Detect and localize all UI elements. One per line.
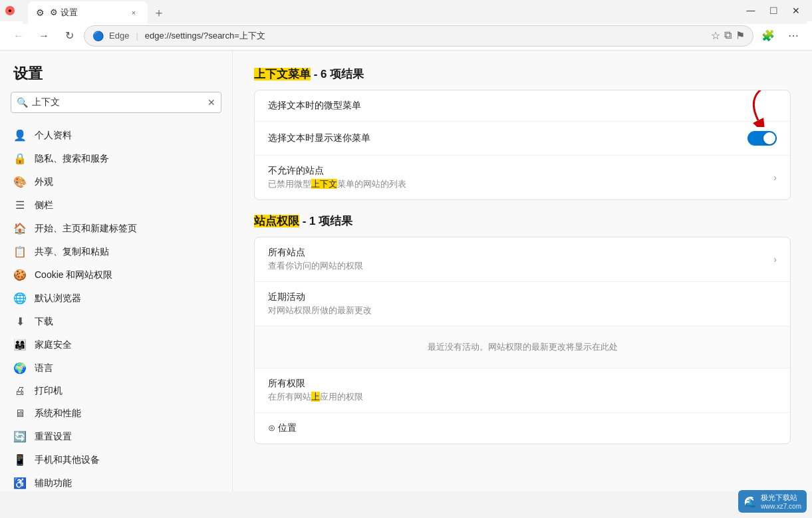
edge-logo-icon: 🔵 (92, 31, 104, 41)
sidebar-item-downloads[interactable]: ⬇ 下载 (0, 310, 232, 333)
all-sites-chevron-icon: › (773, 254, 777, 265)
blocked-sites-content: 不允许的站点 已禁用微型上下文菜单的网站的列表 (268, 165, 765, 190)
location-row[interactable]: ⊙ 位置 (255, 413, 790, 444)
sidebar: 设置 🔍 ✕ 👤 个人资料 🔒 隐私、搜索和服务 🎨 外观 ☰ 侧栏 🏠 开始、… (0, 51, 233, 491)
menu-button[interactable]: ⋯ (783, 25, 804, 47)
recent-activity-desc: 对网站权限所做的最新更改 (268, 305, 777, 317)
collections-icon[interactable]: ⚑ (736, 29, 745, 42)
tab-close-button[interactable]: × (128, 7, 140, 19)
all-permissions-row[interactable]: 所有权限 在所有网站上应用的权限 (255, 368, 790, 413)
sidebar-item-share[interactable]: 📋 共享、复制和粘贴 (0, 240, 232, 263)
recent-activity-content: 近期活动 对网站权限所做的最新更改 (268, 291, 777, 317)
privacy-icon: 🔒 (13, 152, 27, 165)
blocked-sites-desc: 已禁用微型上下文菜单的网站的列表 (268, 178, 765, 190)
all-permissions-highlight: 上 (311, 392, 320, 402)
location-content: ⊙ 位置 (268, 422, 777, 434)
search-input[interactable] (32, 97, 203, 108)
blocked-sites-chevron-icon: › (773, 172, 777, 183)
sidebar-icon: ☰ (13, 199, 27, 211)
context-menu-section: 上下文菜单 - 6 项结果 选择文本时的微型菜单 选择文本时显示迷你菜单 (254, 66, 791, 200)
show-mini-menu-toggle[interactable] (747, 131, 777, 146)
mini-menu-row[interactable]: 选择文本时的微型菜单 (255, 90, 790, 122)
sidebar-item-profile[interactable]: 👤 个人资料 (0, 124, 232, 147)
sidebar-item-language[interactable]: 🌍 语言 (0, 356, 232, 380)
context-menu-title: 上下文菜单 - 6 项结果 (254, 66, 791, 82)
site-permissions-card: 所有站点 查看你访问的网站的权限 › 近期活动 对网站权限所做的最新更改 (254, 237, 791, 444)
split-view-icon[interactable]: ⧉ (724, 29, 732, 42)
context-menu-card: 选择文本时的微型菜单 选择文本时显示迷你菜单 (254, 90, 791, 200)
recent-activity-row[interactable]: 近期活动 对网站权限所做的最新更改 (255, 282, 790, 326)
tab-title: ⚙ 设置 (50, 7, 122, 19)
new-tab-button[interactable]: ＋ (148, 1, 170, 24)
address-bar[interactable]: 🔵 Edge | edge://settings/?search=上下文 ☆ ⧉… (84, 25, 753, 47)
profile-icon: 👤 (13, 129, 27, 142)
main-layout: 设置 🔍 ✕ 👤 个人资料 🔒 隐私、搜索和服务 🎨 外观 ☰ 侧栏 🏠 开始、… (0, 51, 812, 491)
sidebar-item-sidebar[interactable]: ☰ 侧栏 (0, 194, 232, 217)
site-permissions-suffix: - 1 项结果 (299, 215, 352, 227)
address-text: edge://settings/?search=上下文 (145, 30, 706, 42)
sidebar-item-system[interactable]: 🖥 系统和性能 (0, 402, 232, 425)
language-icon: 🌍 (13, 362, 27, 374)
mobile-icon: 📱 (13, 453, 27, 466)
show-mini-menu-content: 选择文本时显示迷你菜单 (268, 132, 740, 144)
sidebar-item-privacy[interactable]: 🔒 隐私、搜索和服务 (0, 147, 232, 170)
appearance-icon: 🎨 (13, 176, 27, 188)
close-button[interactable]: ✕ (785, 0, 807, 21)
context-menu-title-highlight: 上下文菜单 (254, 68, 311, 80)
reset-icon: 🔄 (13, 430, 27, 443)
sidebar-item-appearance[interactable]: 🎨 外观 (0, 170, 232, 194)
location-title: ⊙ 位置 (268, 422, 777, 434)
sidebar-item-accessibility[interactable]: ♿ 辅助功能 (0, 471, 232, 491)
watermark-url: www.xz7.com (761, 503, 801, 510)
system-icon: 🖥 (13, 408, 27, 420)
accessibility-icon: ♿ (13, 477, 27, 489)
blocked-sites-row[interactable]: 不允许的站点 已禁用微型上下文菜单的网站的列表 › (255, 156, 790, 199)
home-icon: 🏠 (13, 222, 27, 235)
all-permissions-title: 所有权限 (268, 378, 777, 390)
mini-menu-title: 选择文本时的微型菜单 (268, 100, 777, 112)
search-box[interactable]: 🔍 ✕ (11, 92, 221, 113)
context-menu-title-suffix: - 6 项结果 (311, 68, 364, 80)
settings-tab[interactable]: ⚙ ⚙ 设置 × (28, 1, 148, 24)
address-right-icons: ☆ ⧉ ⚑ (711, 29, 745, 42)
titlebar: ● ⚙ ⚙ 设置 × ＋ ─ ☐ ✕ (0, 0, 812, 21)
minimize-button[interactable]: ─ (740, 0, 761, 21)
all-sites-row[interactable]: 所有站点 查看你访问的网站的权限 › (255, 237, 790, 282)
watermark-logo: 🌊 (744, 495, 757, 508)
forward-button[interactable]: → (33, 25, 55, 47)
browser-icon: 🌐 (13, 292, 27, 305)
favorite-icon[interactable]: ☆ (711, 29, 720, 42)
edge-label: Edge (109, 31, 129, 41)
download-icon: ⬇ (13, 315, 27, 328)
search-clear-button[interactable]: ✕ (207, 97, 215, 108)
window-controls: ● (5, 6, 15, 15)
sidebar-item-newtab[interactable]: 🏠 开始、主页和新建标签页 (0, 217, 232, 240)
sidebar-title: 设置 (0, 64, 232, 92)
site-permissions-section: 站点权限 - 1 项结果 所有站点 查看你访问的网站的权限 › 近期活动 (254, 213, 791, 444)
back-button[interactable]: ← (8, 25, 29, 47)
sidebar-item-printer[interactable]: 🖨 打印机 (0, 380, 232, 402)
site-permissions-title: 站点权限 - 1 项结果 (254, 213, 791, 229)
sidebar-item-reset[interactable]: 🔄 重置设置 (0, 425, 232, 448)
all-sites-desc: 查看你访问的网站的权限 (268, 260, 765, 272)
content-area: 上下文菜单 - 6 项结果 选择文本时的微型菜单 选择文本时显示迷你菜单 (233, 51, 812, 491)
maximize-button[interactable]: ☐ (763, 0, 784, 21)
blocked-sites-title: 不允许的站点 (268, 165, 765, 177)
sidebar-item-default-browser[interactable]: 🌐 默认浏览器 (0, 287, 232, 310)
sidebar-item-family[interactable]: 👨‍👩‍👧 家庭安全 (0, 333, 232, 356)
sidebar-item-cookies[interactable]: 🍪 Cookie 和网站权限 (0, 263, 232, 287)
watermark-title: 极光下载站 (761, 493, 801, 503)
tab-favicon: ⚙ (36, 7, 45, 18)
all-sites-title: 所有站点 (268, 247, 765, 259)
reload-button[interactable]: ↻ (59, 25, 80, 47)
browser-extensions-button[interactable]: 🧩 (757, 25, 779, 47)
all-permissions-content: 所有权限 在所有网站上应用的权限 (268, 378, 777, 403)
site-permissions-highlight: 站点权限 (254, 215, 299, 227)
all-sites-content: 所有站点 查看你访问的网站的权限 (268, 247, 765, 272)
share-icon: 📋 (13, 245, 27, 258)
sidebar-item-mobile[interactable]: 📱 手机和其他设备 (0, 448, 232, 471)
family-icon: 👨‍👩‍👧 (13, 338, 27, 351)
close-window-button[interactable]: ● (5, 6, 15, 15)
printer-icon: 🖨 (13, 385, 27, 397)
show-mini-menu-row[interactable]: 选择文本时显示迷你菜单 (255, 122, 790, 156)
